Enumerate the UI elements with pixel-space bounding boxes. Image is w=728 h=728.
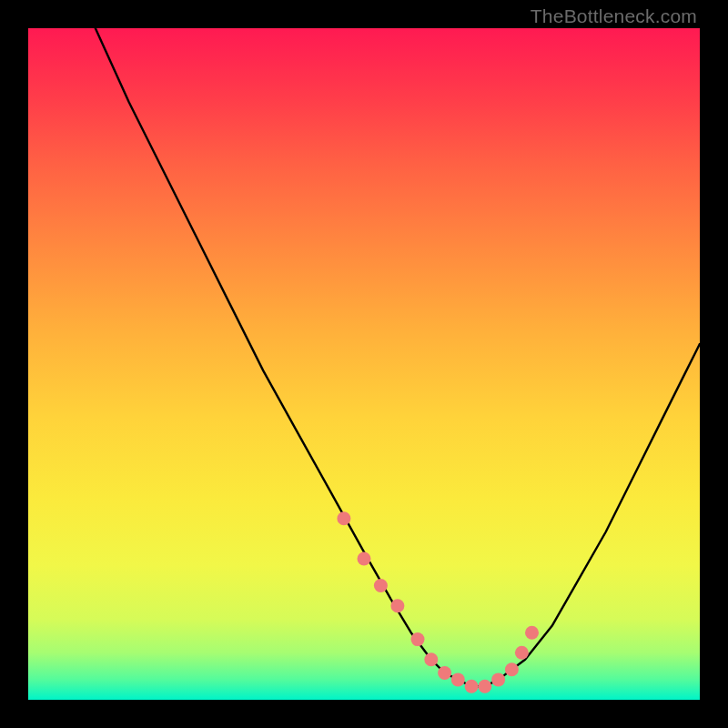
marker-point bbox=[358, 552, 371, 566]
curve-layer bbox=[28, 28, 700, 700]
marker-point bbox=[390, 599, 404, 612]
bottleneck-curve bbox=[96, 28, 700, 686]
marker-point bbox=[411, 632, 425, 646]
chart-frame: TheBottleneck.com bbox=[0, 0, 728, 728]
marker-point bbox=[374, 579, 388, 592]
marker-point bbox=[337, 511, 350, 525]
marker-point bbox=[505, 662, 519, 676]
marker-point bbox=[465, 680, 479, 693]
marker-point bbox=[515, 646, 529, 660]
marker-point bbox=[424, 652, 438, 666]
watermark-text: TheBottleneck.com bbox=[531, 5, 697, 27]
marker-point bbox=[438, 666, 451, 680]
plot-area bbox=[28, 28, 700, 700]
marker-point bbox=[478, 680, 491, 693]
marker-point bbox=[491, 672, 505, 686]
marker-point bbox=[525, 626, 539, 640]
marker-point bbox=[451, 672, 465, 686]
